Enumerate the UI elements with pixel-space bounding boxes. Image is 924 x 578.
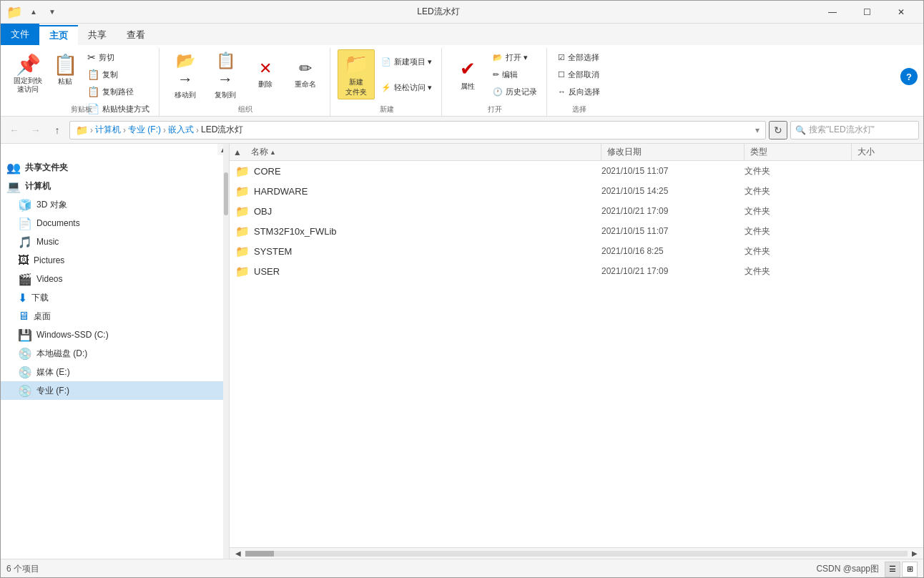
up-button[interactable]: ↑ <box>48 121 67 139</box>
forward-button[interactable]: → <box>26 121 45 139</box>
sort-indicator-arrow: ▲ <box>230 147 245 157</box>
paste-shortcut-button[interactable]: 📄 粘贴快捷方式 <box>84 101 153 117</box>
sidebar-label-edrive: 媒体 (E:) <box>36 366 70 378</box>
select-all-button[interactable]: ☑ 全部选择 <box>554 50 604 65</box>
open-button[interactable]: 📂 打开 ▾ <box>489 50 541 65</box>
file-date-obj: 2021/10/21 17:09 <box>601 206 744 216</box>
address-path[interactable]: 📁 › 计算机 › 专业 (F:) › 嵌入式 › LED流水灯 ▾ <box>69 121 766 139</box>
file-name-label: USER <box>254 266 280 277</box>
back-button[interactable]: ← <box>5 121 24 139</box>
edit-label: 编辑 <box>502 69 518 80</box>
path-embedded[interactable]: 嵌入式 <box>168 124 194 136</box>
sidebar-item-documents[interactable]: 📄 Documents <box>1 214 229 232</box>
maximize-button[interactable]: ☐ <box>850 1 883 23</box>
ribbon-group-select-content: ☑ 全部选择 ☐ 全部取消 ↔ 反向选择 <box>554 49 604 104</box>
file-area: ▲ 名称 ▲ 修改日期 类型 大小 📁 CORE <box>230 144 923 559</box>
col-header-size[interactable]: 大小 <box>852 144 923 160</box>
new-folder-button[interactable]: 📁 新建文件夹 <box>338 49 375 99</box>
path-current[interactable]: LED流水灯 <box>201 124 243 136</box>
close-button[interactable]: ✕ <box>885 1 918 23</box>
sidebar: ▲ 👥 共享文件夹 💻 计算机 🧊 3D 对象 📄 Documents 🎵 Mu… <box>1 144 230 559</box>
organize-group-label: 组织 <box>238 104 252 116</box>
sidebar-item-downloads[interactable]: ⬇ 下载 <box>1 288 229 307</box>
sidebar-item-music[interactable]: 🎵 Music <box>1 232 229 251</box>
path-drive[interactable]: 专业 (F:) <box>128 124 161 136</box>
file-row[interactable]: 📁 HARDWARE 2021/10/15 14:25 文件夹 <box>230 181 923 201</box>
sidebar-item-3d[interactable]: 🧊 3D 对象 <box>1 195 229 214</box>
file-row[interactable]: 📁 OBJ 2021/10/21 17:09 文件夹 <box>230 201 923 221</box>
deselect-all-button[interactable]: ☐ 全部取消 <box>554 67 604 82</box>
file-name-label: CORE <box>254 166 281 177</box>
sidebar-label-desktop: 桌面 <box>34 310 51 323</box>
properties-button[interactable]: ✔ 属性 <box>449 49 486 99</box>
paste-button[interactable]: 📋 粘贴 <box>49 49 81 92</box>
pin-quickaccess-button[interactable]: 📌 固定到快速访问 <box>9 49 46 99</box>
help-button[interactable]: ? <box>900 68 918 85</box>
cut-button[interactable]: ✂ 剪切 <box>84 49 153 65</box>
sidebar-item-computer[interactable]: 💻 计算机 <box>1 177 229 195</box>
scroll-left-button[interactable]: ◀ <box>232 548 244 559</box>
tab-chakan[interactable]: 查看 <box>117 25 155 45</box>
col-header-name[interactable]: 名称 ▲ <box>245 144 601 161</box>
file-row[interactable]: 📁 CORE 2021/10/15 11:07 文件夹 <box>230 161 923 181</box>
computer-icon: 💻 <box>6 180 21 193</box>
invert-selection-button[interactable]: ↔ 反向选择 <box>554 84 604 99</box>
title-nav-up[interactable]: ▲ <box>25 4 42 20</box>
rename-label: 重命名 <box>295 79 316 89</box>
path-computer[interactable]: 计算机 <box>95 124 121 136</box>
scroll-right-button[interactable]: ▶ <box>909 548 920 559</box>
delete-button[interactable]: ✕ 删除 <box>247 49 284 99</box>
select-small-stack: ☑ 全部选择 ☐ 全部取消 ↔ 反向选择 <box>554 49 604 99</box>
file-row[interactable]: 📁 USER 2021/10/21 17:09 文件夹 <box>230 261 923 281</box>
copy-to-button[interactable]: 📋→ 复制到 <box>207 49 244 102</box>
tab-zhuyePage[interactable]: 主页 <box>39 25 78 45</box>
sidebar-label-cdrive: Windows-SSD (C:) <box>36 330 109 340</box>
file-name-user: 📁 USER <box>235 265 601 278</box>
col-header-type[interactable]: 类型 <box>744 144 852 160</box>
col-header-date[interactable]: 修改日期 <box>601 144 744 160</box>
copy-button[interactable]: 📋 复制 <box>84 67 153 82</box>
history-button[interactable]: 🕐 历史记录 <box>489 84 541 99</box>
search-box[interactable]: 🔍 搜索"LED流水灯" <box>790 121 919 139</box>
col-date-label: 修改日期 <box>607 146 642 158</box>
easy-access-button[interactable]: ⚡ 轻松访问 ▾ <box>378 80 436 95</box>
properties-label: 属性 <box>461 82 475 92</box>
move-to-button[interactable]: 📂→ 移动到 <box>167 49 204 102</box>
sidebar-item-f-drive[interactable]: 💿 专业 (F:) <box>1 381 229 400</box>
sidebar-item-videos[interactable]: 🎬 Videos <box>1 270 229 288</box>
history-label: 历史记录 <box>506 87 537 97</box>
file-row[interactable]: 📁 STM32F10x_FWLib 2021/10/15 11:07 文件夹 <box>230 221 923 241</box>
sidebar-item-c-drive[interactable]: 💾 Windows-SSD (C:) <box>1 325 229 344</box>
refresh-button[interactable]: ↻ <box>769 121 787 139</box>
copyto-icon: 📋→ <box>209 52 242 89</box>
list-view-button[interactable]: ☰ <box>885 562 900 577</box>
pin-label: 固定到快速访问 <box>14 77 42 94</box>
file-row[interactable]: 📁 SYSTEM 2021/10/16 8:25 文件夹 <box>230 241 923 261</box>
new-small-stack: 📄 新建项目 ▾ ⚡ 轻松访问 ▾ <box>378 49 436 99</box>
h-scrollbar-track[interactable] <box>245 551 908 557</box>
path-expand-button[interactable]: ▾ <box>755 125 760 135</box>
sidebar-item-shared-folders[interactable]: 👥 共享文件夹 <box>1 158 229 177</box>
main-layout: ▲ 👥 共享文件夹 💻 计算机 🧊 3D 对象 📄 Documents 🎵 Mu… <box>1 144 923 559</box>
sidebar-item-e-drive[interactable]: 💿 媒体 (E:) <box>1 363 229 381</box>
col-size-label: 大小 <box>857 146 875 158</box>
file-name-core: 📁 CORE <box>235 165 601 178</box>
title-nav-down[interactable]: ▼ <box>44 4 61 20</box>
sidebar-item-pictures[interactable]: 🖼 Pictures <box>1 251 229 270</box>
view-toggle: ☰ ⊞ <box>885 562 918 577</box>
rename-button[interactable]: ✏ 重命名 <box>287 49 324 99</box>
ribbon-group-clipboard-content: 📌 固定到快速访问 📋 粘贴 ✂ 剪切 📋 复制 📋 <box>9 49 153 104</box>
paste-icon: 📋 <box>53 55 78 75</box>
copyto-label: 复制到 <box>215 90 236 100</box>
grid-view-button[interactable]: ⊞ <box>902 562 918 577</box>
sidebar-scrollbar[interactable] <box>223 144 229 559</box>
minimize-button[interactable]: — <box>816 1 849 23</box>
sidebar-item-desktop[interactable]: 🖥 桌面 <box>1 307 229 325</box>
tab-gongxiang[interactable]: 共享 <box>78 25 117 45</box>
new-item-button[interactable]: 📄 新建项目 ▾ <box>378 54 436 69</box>
title-bar: 📁 ▲ ▼ LED流水灯 — ☐ ✕ <box>1 1 923 24</box>
copy-path-button[interactable]: 📋 复制路径 <box>84 84 153 99</box>
sidebar-item-d-drive[interactable]: 💿 本地磁盘 (D:) <box>1 344 229 363</box>
edit-button[interactable]: ✏ 编辑 <box>489 67 541 82</box>
tab-wenjian[interactable]: 文件 <box>1 24 39 45</box>
